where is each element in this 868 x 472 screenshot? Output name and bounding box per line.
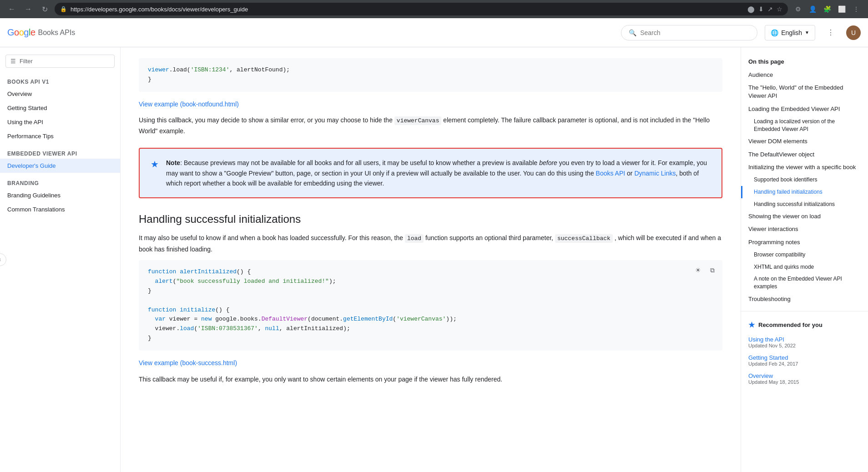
note-content: Note: Because previews may not be availa… (166, 158, 711, 188)
toc-item-default-viewer[interactable]: The DefaultViewer object (741, 148, 868, 161)
language-button[interactable]: 🌐 English ▼ (765, 25, 815, 40)
site-header: Google Books APIs 🔍 🌐 English ▼ ⋮ U (0, 18, 868, 47)
para-callback-use: This callback may be useful if, for exam… (139, 374, 722, 385)
note-box: ★ Note: Because previews may not be avai… (139, 148, 722, 198)
toc-item-hello-world[interactable]: The "Hello, World" of the Embedded Viewe… (741, 81, 868, 102)
filter-label: Filter (20, 58, 33, 65)
toc-item-audience[interactable]: Audience (741, 69, 868, 81)
filter-box[interactable]: ☰ Filter (5, 55, 115, 68)
toc-item-troubleshooting[interactable]: Troubleshooting (741, 293, 868, 306)
settings-icon[interactable]: ⚙ (792, 3, 804, 15)
site-logo[interactable]: Google Books APIs (7, 27, 75, 38)
toc-item-loading-api[interactable]: Loading the Embedded Viewer API (741, 103, 868, 115)
sidebar-item-performance-tips[interactable]: Performance Tips (0, 129, 120, 143)
dynamic-links-link[interactable]: Dynamic Links (634, 170, 676, 177)
sidebar-section-title-embedded-viewer: Embedded Viewer API (0, 147, 120, 159)
recommended-title: ★ Recommended for you (741, 317, 868, 333)
user-avatar[interactable]: U (846, 25, 861, 40)
copy-button[interactable]: ⧉ (706, 264, 719, 276)
sidebar-item-using-api[interactable]: Using the API (0, 115, 120, 129)
sidebar-item-getting-started[interactable]: Getting Started (0, 101, 120, 115)
code-text: , alertNotFound); (229, 66, 290, 73)
para-callback: Using this callback, you may decide to s… (139, 115, 722, 137)
code-line-3: } (148, 286, 713, 296)
rec-item-overview: Overview Updated May 18, 2015 (741, 369, 868, 387)
search-input[interactable] (640, 29, 731, 36)
code-line-6: var viewer = new google.books.DefaultVie… (148, 315, 713, 324)
rec-link-using-api[interactable]: Using the API (748, 336, 784, 343)
extensions-icon[interactable]: 🧩 (821, 3, 833, 15)
view-example-success-link[interactable]: View example (book-success.html) (139, 359, 237, 367)
window-icon[interactable]: ⬜ (835, 3, 848, 15)
inline-code-success-callback: successCallback (555, 234, 613, 243)
more-options-button[interactable]: ⋮ (823, 25, 839, 41)
profile-icon[interactable]: 👤 (806, 3, 819, 15)
brightness-button[interactable]: ☀ (691, 264, 704, 276)
para-load-function: It may also be useful to know if and whe… (139, 233, 722, 255)
note-before: before (539, 159, 557, 166)
note-or: or (625, 170, 634, 177)
toc-item-handling-successful[interactable]: Handling successful initializations (741, 198, 868, 211)
toc-item-handling-failed[interactable]: Handling failed initializations (741, 186, 868, 198)
note-text: : Because previews may not be available … (180, 159, 537, 166)
sidebar-item-overview[interactable]: Overview (0, 87, 120, 101)
lock-icon: 🔒 (60, 6, 67, 12)
toc-item-browser-compat[interactable]: Browser compatibility (741, 249, 868, 261)
recommended-label: Recommended for you (758, 321, 823, 328)
toc-title: On this page (741, 55, 868, 69)
search-icon: 🔍 (629, 29, 636, 36)
more-icon[interactable]: ⋮ (850, 3, 863, 15)
sidebar-section-title-branding: Branding (0, 176, 120, 188)
toc-item-programming-notes[interactable]: Programming notes (741, 236, 868, 249)
sidebar-item-common-translations[interactable]: Common Translations (0, 202, 120, 216)
para1-text: Using this callback, you may decide to s… (139, 116, 393, 124)
code-line-1: function alertInitialized() { (148, 267, 713, 277)
para2b-text: function supports an optional third para… (425, 234, 553, 241)
filter-icon: ☰ (10, 58, 16, 65)
chevron-down-icon: ▼ (805, 30, 809, 35)
sidebar-section-branding: Branding Branding Guidelines Common Tran… (0, 176, 120, 216)
books-api-link[interactable]: Books API (596, 170, 626, 177)
toc-item-loading-localized[interactable]: Loading a localized version of the Embed… (741, 115, 868, 136)
share-icon: ↗ (767, 5, 773, 13)
search-box[interactable]: 🔍 (621, 25, 757, 40)
back-button[interactable]: ← (5, 3, 18, 15)
refresh-button[interactable]: ↻ (38, 3, 51, 15)
address-bar[interactable]: 🔒 ⬤ ⬇ ↗ ☆ (55, 3, 788, 15)
toc-item-showing-viewer[interactable]: Showing the viewer on load (741, 210, 868, 223)
left-sidebar: ‹ ☰ Filter Books API v1 Overview Getting… (0, 47, 121, 472)
code-line-4 (148, 296, 713, 306)
toc-item-xhtml-quirks[interactable]: XHTML and quirks mode (741, 261, 868, 273)
view-example-notfound-link[interactable]: View example (book-notfound.html) (139, 100, 239, 108)
sidebar-item-developers-guide[interactable]: Developer's Guide (0, 159, 120, 173)
inline-code-load: load (405, 234, 424, 243)
code-text: viewer (148, 66, 169, 73)
sidebar-section-books-api: Books API v1 Overview Getting Started Us… (0, 75, 120, 143)
google-icon: ⬤ (747, 5, 755, 13)
toc-item-note-embedded[interactable]: A note on the Embedded Viewer API exampl… (741, 273, 868, 293)
para2-text: It may also be useful to know if and whe… (139, 234, 403, 241)
toc-item-supported-book-ids[interactable]: Supported book identifiers (741, 174, 868, 186)
star-icon: ☆ (777, 5, 782, 13)
sidebar-section-embedded-viewer: Embedded Viewer API Developer's Guide (0, 147, 120, 173)
code-text: 'ISBN:1234' (191, 66, 230, 73)
rec-link-getting-started[interactable]: Getting Started (748, 354, 788, 361)
sidebar-collapse-button[interactable]: ‹ (0, 253, 6, 266)
sidebar-item-branding-guidelines[interactable]: Branding Guidelines (0, 188, 120, 202)
code-text: } (148, 76, 151, 83)
code-line-5: function initialize() { (148, 306, 713, 315)
url-input[interactable] (71, 6, 744, 13)
rec-date-overview: Updated May 18, 2015 (748, 379, 861, 385)
forward-button[interactable]: → (22, 3, 35, 15)
browser-toolbar: ⚙ 👤 🧩 ⬜ ⋮ (792, 3, 863, 15)
download-icon: ⬇ (758, 5, 764, 13)
note-star-icon: ★ (151, 159, 159, 188)
product-name: Books APIs (38, 29, 76, 37)
toc-item-initializing-viewer[interactable]: Initializing the viewer with a specific … (741, 161, 868, 174)
toc-item-viewer-dom[interactable]: Viewer DOM elements (741, 135, 868, 148)
browser-chrome: ← → ↻ 🔒 ⬤ ⬇ ↗ ☆ ⚙ 👤 🧩 ⬜ ⋮ (0, 0, 868, 18)
toc-item-viewer-interactions[interactable]: Viewer interactions (741, 223, 868, 236)
rec-link-overview[interactable]: Overview (748, 372, 773, 379)
main-content: viewer.load('ISBN:1234', alertNotFound);… (121, 47, 741, 472)
code-text: .load( (169, 66, 191, 73)
